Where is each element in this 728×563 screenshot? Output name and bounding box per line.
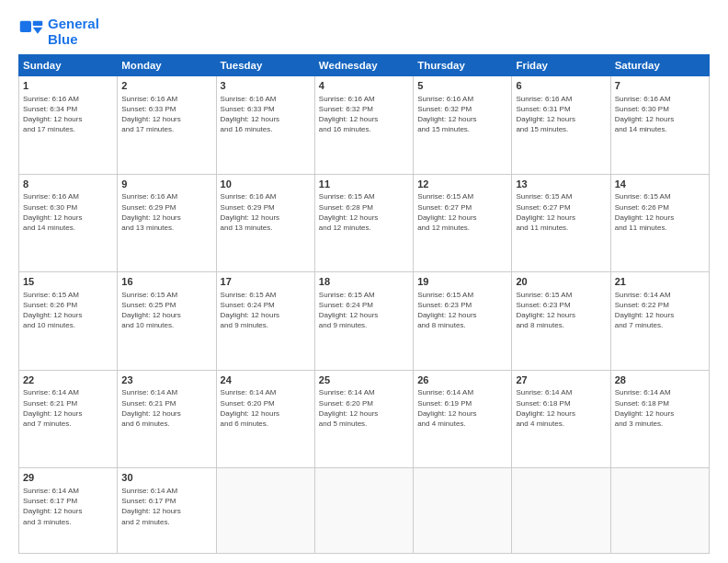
day-cell: 18Sunrise: 6:15 AM Sunset: 6:24 PM Dayli…: [314, 272, 413, 371]
day-number: 2: [121, 79, 211, 93]
svg-marker-2: [33, 27, 43, 33]
day-cell: 26Sunrise: 6:14 AM Sunset: 6:19 PM Dayli…: [414, 370, 512, 468]
day-cell: 1Sunrise: 6:16 AM Sunset: 6:34 PM Daylig…: [19, 76, 118, 175]
day-info: Sunrise: 6:14 AM Sunset: 6:19 PM Dayligh…: [417, 387, 507, 429]
day-info: Sunrise: 6:14 AM Sunset: 6:21 PM Dayligh…: [121, 387, 211, 429]
day-cell: [610, 468, 709, 554]
day-info: Sunrise: 6:14 AM Sunset: 6:22 PM Dayligh…: [615, 290, 705, 331]
day-cell: 4Sunrise: 6:16 AM Sunset: 6:32 PM Daylig…: [314, 76, 413, 175]
day-info: Sunrise: 6:15 AM Sunset: 6:28 PM Dayligh…: [319, 191, 409, 233]
header-tuesday: Tuesday: [216, 55, 314, 76]
day-number: 29: [23, 471, 113, 485]
week-row-3: 15Sunrise: 6:15 AM Sunset: 6:26 PM Dayli…: [19, 272, 710, 371]
logo-blue: Blue: [48, 32, 99, 48]
day-number: 7: [615, 79, 705, 93]
day-info: Sunrise: 6:16 AM Sunset: 6:32 PM Dayligh…: [417, 94, 507, 135]
svg-rect-1: [33, 20, 43, 25]
week-row-2: 8Sunrise: 6:16 AM Sunset: 6:30 PM Daylig…: [19, 174, 710, 272]
day-cell: 29Sunrise: 6:14 AM Sunset: 6:17 PM Dayli…: [19, 468, 118, 554]
day-cell: 11Sunrise: 6:15 AM Sunset: 6:28 PM Dayli…: [314, 174, 413, 272]
logo: General Blue: [18, 17, 99, 47]
day-info: Sunrise: 6:15 AM Sunset: 6:23 PM Dayligh…: [516, 290, 606, 331]
day-info: Sunrise: 6:14 AM Sunset: 6:18 PM Dayligh…: [615, 387, 705, 429]
day-number: 18: [319, 275, 409, 289]
day-number: 24: [221, 373, 311, 387]
day-info: Sunrise: 6:16 AM Sunset: 6:29 PM Dayligh…: [121, 191, 211, 233]
day-cell: 12Sunrise: 6:15 AM Sunset: 6:27 PM Dayli…: [414, 174, 512, 272]
week-row-4: 22Sunrise: 6:14 AM Sunset: 6:21 PM Dayli…: [19, 370, 710, 468]
day-cell: 3Sunrise: 6:16 AM Sunset: 6:33 PM Daylig…: [216, 76, 314, 175]
day-info: Sunrise: 6:15 AM Sunset: 6:26 PM Dayligh…: [615, 191, 705, 233]
day-number: 9: [121, 178, 211, 191]
day-cell: 5Sunrise: 6:16 AM Sunset: 6:32 PM Daylig…: [414, 76, 512, 175]
day-number: 4: [319, 79, 409, 93]
day-info: Sunrise: 6:15 AM Sunset: 6:25 PM Dayligh…: [121, 290, 211, 331]
day-cell: 23Sunrise: 6:14 AM Sunset: 6:21 PM Dayli…: [118, 370, 216, 468]
header-thursday: Thursday: [414, 55, 512, 76]
day-info: Sunrise: 6:15 AM Sunset: 6:26 PM Dayligh…: [23, 290, 113, 331]
day-info: Sunrise: 6:15 AM Sunset: 6:24 PM Dayligh…: [319, 290, 409, 331]
day-info: Sunrise: 6:14 AM Sunset: 6:20 PM Dayligh…: [319, 387, 409, 429]
logo-icon: [18, 19, 44, 45]
day-info: Sunrise: 6:16 AM Sunset: 6:34 PM Dayligh…: [23, 94, 113, 135]
day-number: 11: [319, 178, 409, 191]
day-number: 23: [121, 373, 211, 387]
week-row-1: 1Sunrise: 6:16 AM Sunset: 6:34 PM Daylig…: [19, 76, 710, 175]
day-cell: 15Sunrise: 6:15 AM Sunset: 6:26 PM Dayli…: [19, 272, 118, 371]
header: General Blue: [18, 17, 710, 47]
day-info: Sunrise: 6:16 AM Sunset: 6:29 PM Dayligh…: [221, 191, 311, 233]
day-cell: 22Sunrise: 6:14 AM Sunset: 6:21 PM Dayli…: [19, 370, 118, 468]
day-cell: 28Sunrise: 6:14 AM Sunset: 6:18 PM Dayli…: [610, 370, 709, 468]
day-number: 19: [417, 275, 507, 289]
header-sunday: Sunday: [19, 55, 118, 76]
day-cell: 13Sunrise: 6:15 AM Sunset: 6:27 PM Dayli…: [512, 174, 610, 272]
day-info: Sunrise: 6:14 AM Sunset: 6:17 PM Dayligh…: [121, 486, 211, 527]
day-cell: 10Sunrise: 6:16 AM Sunset: 6:29 PM Dayli…: [216, 174, 314, 272]
day-number: 14: [615, 178, 705, 191]
weekday-header-row: Sunday Monday Tuesday Wednesday Thursday…: [19, 55, 710, 76]
day-info: Sunrise: 6:14 AM Sunset: 6:18 PM Dayligh…: [516, 387, 606, 429]
page: General Blue Sunday Monday Tuesday Wedne…: [0, 0, 728, 563]
day-number: 13: [516, 178, 606, 191]
header-saturday: Saturday: [610, 55, 709, 76]
day-cell: [314, 468, 413, 554]
day-cell: [216, 468, 314, 554]
day-number: 3: [221, 79, 311, 93]
day-number: 27: [516, 373, 606, 387]
day-cell: 8Sunrise: 6:16 AM Sunset: 6:30 PM Daylig…: [19, 174, 118, 272]
day-info: Sunrise: 6:16 AM Sunset: 6:32 PM Dayligh…: [319, 94, 409, 135]
day-number: 17: [221, 275, 311, 289]
day-number: 21: [615, 275, 705, 289]
day-info: Sunrise: 6:15 AM Sunset: 6:27 PM Dayligh…: [417, 191, 507, 233]
header-friday: Friday: [512, 55, 610, 76]
day-cell: 6Sunrise: 6:16 AM Sunset: 6:31 PM Daylig…: [512, 76, 610, 175]
day-info: Sunrise: 6:16 AM Sunset: 6:30 PM Dayligh…: [23, 191, 113, 233]
day-number: 15: [23, 275, 113, 289]
day-cell: 20Sunrise: 6:15 AM Sunset: 6:23 PM Dayli…: [512, 272, 610, 371]
day-cell: 16Sunrise: 6:15 AM Sunset: 6:25 PM Dayli…: [118, 272, 216, 371]
day-number: 26: [417, 373, 507, 387]
day-number: 5: [417, 79, 507, 93]
day-number: 12: [417, 178, 507, 191]
day-info: Sunrise: 6:15 AM Sunset: 6:27 PM Dayligh…: [516, 191, 606, 233]
calendar-table: Sunday Monday Tuesday Wednesday Thursday…: [18, 54, 710, 554]
header-monday: Monday: [118, 55, 216, 76]
day-cell: 27Sunrise: 6:14 AM Sunset: 6:18 PM Dayli…: [512, 370, 610, 468]
day-info: Sunrise: 6:16 AM Sunset: 6:33 PM Dayligh…: [221, 94, 311, 135]
day-info: Sunrise: 6:14 AM Sunset: 6:20 PM Dayligh…: [221, 387, 311, 429]
day-cell: 24Sunrise: 6:14 AM Sunset: 6:20 PM Dayli…: [216, 370, 314, 468]
day-cell: [512, 468, 610, 554]
header-wednesday: Wednesday: [314, 55, 413, 76]
day-cell: 7Sunrise: 6:16 AM Sunset: 6:30 PM Daylig…: [610, 76, 709, 175]
day-cell: 30Sunrise: 6:14 AM Sunset: 6:17 PM Dayli…: [118, 468, 216, 554]
svg-rect-0: [20, 20, 31, 31]
day-info: Sunrise: 6:15 AM Sunset: 6:24 PM Dayligh…: [221, 290, 311, 331]
day-cell: 25Sunrise: 6:14 AM Sunset: 6:20 PM Dayli…: [314, 370, 413, 468]
day-number: 16: [121, 275, 211, 289]
day-cell: 19Sunrise: 6:15 AM Sunset: 6:23 PM Dayli…: [414, 272, 512, 371]
day-number: 8: [23, 178, 113, 191]
day-cell: 17Sunrise: 6:15 AM Sunset: 6:24 PM Dayli…: [216, 272, 314, 371]
day-number: 22: [23, 373, 113, 387]
day-cell: [414, 468, 512, 554]
day-number: 6: [516, 79, 606, 93]
